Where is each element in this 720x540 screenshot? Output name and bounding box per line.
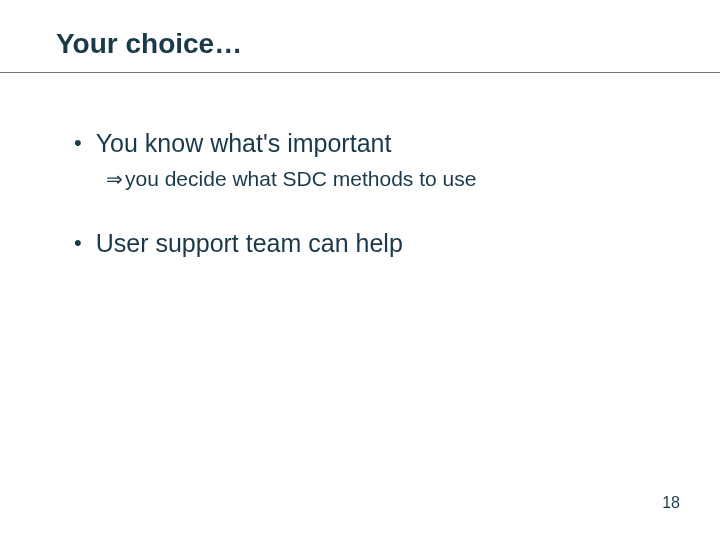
list-subitem: ⇒ you decide what SDC methods to use: [106, 166, 664, 192]
bullet-text: You know what's important: [96, 128, 392, 158]
arrow-icon: ⇒: [106, 166, 123, 192]
page-title: Your choice…: [56, 28, 664, 70]
slide: Your choice… • You know what's important…: [0, 0, 720, 540]
slide-content: • You know what's important ⇒ you decide…: [56, 128, 664, 258]
title-divider: [0, 72, 720, 73]
bullet-icon: •: [74, 128, 82, 158]
bullet-text: User support team can help: [96, 228, 403, 258]
bullet-icon: •: [74, 228, 82, 258]
page-number: 18: [662, 494, 680, 512]
list-item: • You know what's important: [74, 128, 664, 158]
sub-bullet-text: you decide what SDC methods to use: [125, 166, 476, 192]
list-item: • User support team can help: [74, 228, 664, 258]
